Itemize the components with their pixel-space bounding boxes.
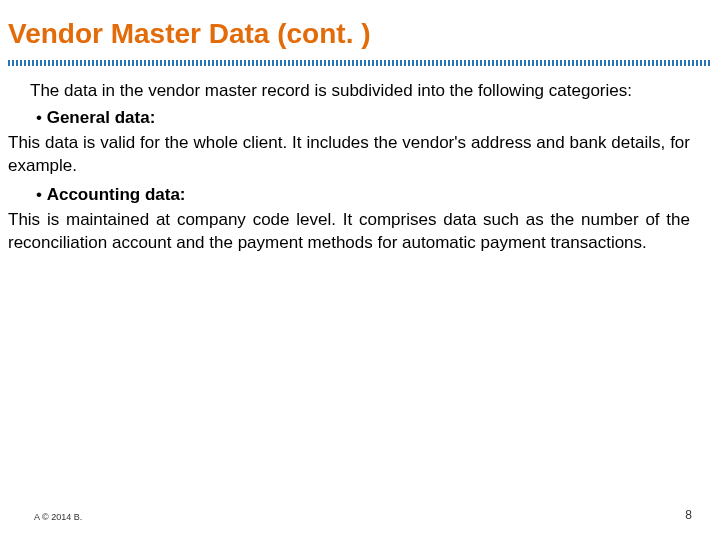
bullet-general-heading: General data: [47,108,156,127]
slide: Vendor Master Data (cont. ) The data in … [0,0,720,540]
bullet-general: General data: [30,107,690,130]
footer: A © 2014 B. 8 [0,508,720,522]
intro-text: The data in the vendor master record is … [30,80,690,103]
bullet-accounting: Accounting data: [30,184,690,207]
slide-title: Vendor Master Data (cont. ) [8,18,712,50]
slide-content: The data in the vendor master record is … [8,80,712,255]
footer-left: A © 2014 B. [34,512,82,522]
title-divider [8,60,712,66]
accounting-desc: This is maintained at company code level… [8,209,690,255]
bullet-accounting-heading: Accounting data: [47,185,186,204]
general-desc: This data is valid for the whole client.… [8,132,690,178]
page-number: 8 [685,508,692,522]
